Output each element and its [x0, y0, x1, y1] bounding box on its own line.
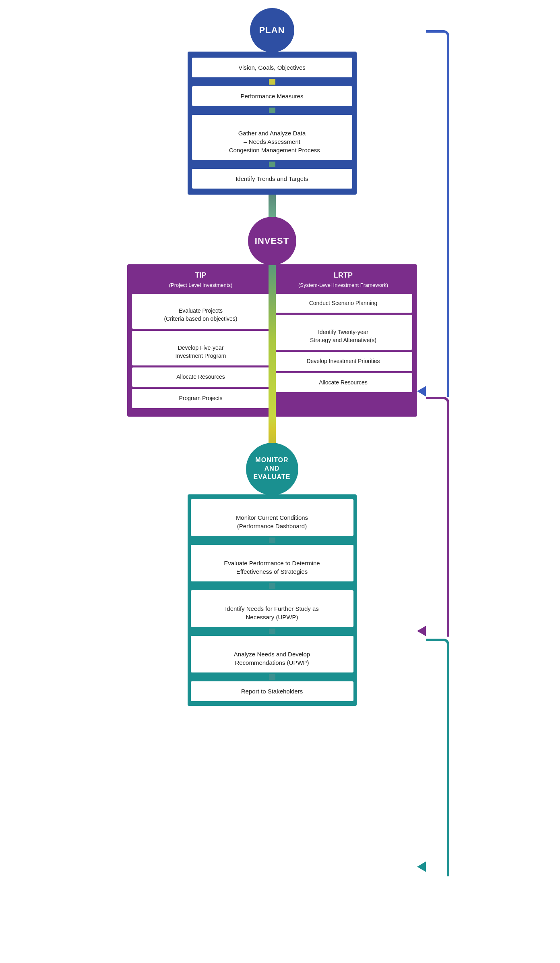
- arrow-head-purple: [417, 626, 426, 636]
- monitor-item-identify: Identify Needs for Further Study as Nece…: [191, 590, 353, 627]
- tip-item-five-year: Develop Five-year Investment Program: [132, 331, 270, 366]
- monitor-item-current: Monitor Current Conditions (Performance …: [191, 499, 353, 536]
- diagram-wrapper: PLAN Vision, Goals, Objectives Performan…: [107, 8, 453, 722]
- tip-item-evaluate: Evaluate Projects (Criteria based on obj…: [132, 294, 270, 329]
- monitor-connector-3: [269, 629, 275, 634]
- lrtp-column: LRTP (System-Level Investment Framework)…: [275, 271, 412, 410]
- connector-invest-monitor: [269, 417, 276, 443]
- monitor-connector-1: [269, 538, 275, 543]
- tip-item-allocate: Allocate Resources: [132, 367, 270, 387]
- plan-item-vision: Vision, Goals, Objectives: [192, 58, 352, 77]
- plan-label: PLAN: [259, 25, 285, 35]
- monitor-circle: MONITORANDEVALUATE: [246, 443, 298, 495]
- plan-item-performance: Performance Measures: [192, 86, 352, 106]
- lrtp-item-investment: Develop Investment Priorities: [275, 352, 412, 371]
- invest-label: INVEST: [255, 236, 289, 246]
- feedback-arrow-purple: [426, 397, 449, 637]
- plan-box: Vision, Goals, Objectives Performance Me…: [188, 52, 357, 195]
- tip-title: TIP (Project Level Investments): [132, 271, 270, 290]
- plan-item-gather: Gather and Analyze Data – Needs Assessme…: [192, 115, 352, 160]
- connector-2: [269, 108, 275, 113]
- invest-box: TIP (Project Level Investments) Evaluate…: [127, 264, 417, 417]
- monitor-item-evaluate: Evaluate Performance to Determine Effect…: [191, 545, 353, 581]
- monitor-label: MONITORANDEVALUATE: [254, 456, 291, 481]
- connector-3: [269, 162, 275, 167]
- arrow-head-blue: [417, 386, 426, 396]
- lrtp-item-allocate: Allocate Resources: [275, 373, 412, 392]
- invest-circle: INVEST: [248, 217, 296, 265]
- feedback-arrow-teal: [426, 639, 449, 876]
- monitor-connector-2: [269, 583, 275, 589]
- monitor-item-analyze: Analyze Needs and Develop Recommendation…: [191, 636, 353, 672]
- connector-plan-invest: [269, 195, 276, 217]
- monitor-connector-4: [269, 674, 275, 680]
- lrtp-item-scenario: Conduct Scenario Planning: [275, 294, 412, 313]
- tip-item-program: Program Projects: [132, 389, 270, 408]
- feedback-arrow-blue: [426, 30, 449, 397]
- connector-1: [269, 79, 275, 85]
- monitor-box: Monitor Current Conditions (Performance …: [188, 494, 357, 706]
- arrow-head-teal: [417, 861, 426, 872]
- plan-item-trends: Identify Trends and Targets: [192, 169, 352, 189]
- lrtp-title: LRTP (System-Level Investment Framework): [275, 271, 412, 290]
- lrtp-item-twenty-year: Identify Twenty-year Strategy and Altern…: [275, 315, 412, 350]
- monitor-item-report: Report to Stakeholders: [191, 681, 353, 701]
- plan-circle: PLAN: [250, 8, 294, 52]
- tip-column: TIP (Project Level Investments) Evaluate…: [132, 271, 270, 410]
- invest-center-line: [269, 264, 276, 417]
